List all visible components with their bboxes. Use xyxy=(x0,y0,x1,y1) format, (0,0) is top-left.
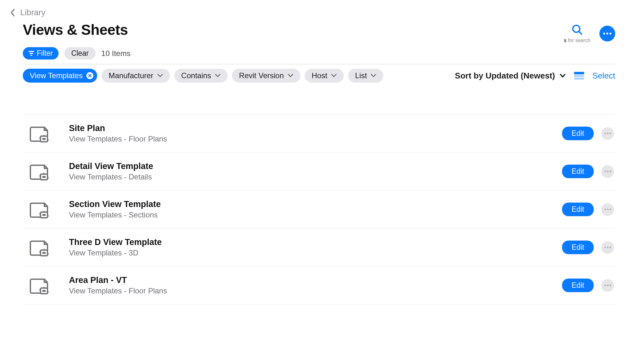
svg-rect-5 xyxy=(42,138,46,140)
search-hint: s for search xyxy=(564,38,591,43)
chevron-down-icon xyxy=(371,74,376,78)
more-icon xyxy=(604,285,611,286)
item-more-button[interactable] xyxy=(601,241,614,254)
chevron-down-icon xyxy=(215,74,221,78)
edit-button[interactable]: Edit xyxy=(562,279,594,292)
chip-label: List xyxy=(355,71,367,80)
list-view-icon xyxy=(574,72,584,79)
more-icon xyxy=(604,171,611,172)
list-item[interactable]: Three D View Template View Templates - 3… xyxy=(23,228,615,266)
item-subtitle: View Templates - Floor Plans xyxy=(69,135,562,143)
clear-button[interactable]: Clear xyxy=(64,47,96,60)
chip-contains[interactable]: Contains xyxy=(174,69,228,83)
chip-label: View Templates xyxy=(30,71,83,80)
document-icon xyxy=(29,163,51,180)
view-toggle-button[interactable] xyxy=(574,72,584,79)
chip-host[interactable]: Host xyxy=(305,69,344,83)
edit-button[interactable]: Edit xyxy=(562,203,594,216)
sort-dropdown[interactable]: Sort by Updated (Newest) xyxy=(455,71,566,81)
chip-label: Contains xyxy=(181,71,211,80)
item-more-button[interactable] xyxy=(601,203,614,216)
list-item[interactable]: Site Plan View Templates - Floor Plans E… xyxy=(23,114,615,152)
item-count: 10 Items xyxy=(101,49,130,58)
svg-line-1 xyxy=(579,31,582,34)
breadcrumb[interactable]: Library xyxy=(9,8,615,17)
item-list: Site Plan View Templates - Floor Plans E… xyxy=(23,114,615,304)
document-icon xyxy=(29,125,51,142)
more-icon xyxy=(604,209,611,210)
search-button[interactable]: s for search xyxy=(564,24,591,43)
more-icon xyxy=(604,133,611,134)
item-more-button[interactable] xyxy=(601,279,614,292)
item-title: Three D View Template xyxy=(69,237,562,247)
list-item[interactable]: Detail View Template View Templates - De… xyxy=(23,152,615,190)
chip-label: Host xyxy=(312,71,327,80)
chevron-down-icon xyxy=(288,74,293,78)
chip-label: Revit Version xyxy=(239,71,284,80)
chevron-down-icon xyxy=(157,74,163,78)
item-subtitle: View Templates - Details xyxy=(69,173,562,181)
list-item[interactable]: Section View Template View Templates - S… xyxy=(23,190,615,228)
item-more-button[interactable] xyxy=(601,127,614,140)
item-title: Section View Template xyxy=(69,199,562,209)
edit-button[interactable]: Edit xyxy=(562,127,594,140)
list-item[interactable]: Area Plan - VT View Templates - Floor Pl… xyxy=(23,266,615,304)
divider xyxy=(23,64,615,64)
item-more-button[interactable] xyxy=(601,165,614,178)
item-subtitle: View Templates - Sections xyxy=(69,210,562,219)
close-icon[interactable] xyxy=(86,72,93,79)
more-menu-button[interactable] xyxy=(599,26,615,41)
filter-button[interactable]: Filter xyxy=(23,47,59,60)
sort-label: Sort by Updated (Newest) xyxy=(455,71,555,81)
breadcrumb-label[interactable]: Library xyxy=(20,8,45,17)
item-subtitle: View Templates - 3D xyxy=(69,248,562,257)
item-subtitle: View Templates - Floor Plans xyxy=(69,286,562,295)
filter-icon xyxy=(28,51,34,56)
svg-rect-7 xyxy=(42,176,46,178)
chevron-down-icon xyxy=(331,74,337,78)
document-icon xyxy=(29,239,51,256)
chip-label: Manufacturer xyxy=(109,71,153,80)
item-title: Area Plan - VT xyxy=(69,275,562,285)
clear-label: Clear xyxy=(71,49,89,58)
svg-rect-11 xyxy=(42,252,46,254)
document-icon xyxy=(29,201,51,218)
chip-revit-version[interactable]: Revit Version xyxy=(232,69,300,83)
document-icon xyxy=(29,277,51,294)
svg-rect-13 xyxy=(42,290,46,292)
edit-button[interactable]: Edit xyxy=(562,241,594,254)
chip-list[interactable]: List xyxy=(348,69,383,83)
search-icon xyxy=(571,24,583,37)
chip-manufacturer[interactable]: Manufacturer xyxy=(102,69,170,83)
select-button[interactable]: Select xyxy=(592,71,615,81)
chevron-left-icon[interactable] xyxy=(9,9,16,16)
edit-button[interactable]: Edit xyxy=(562,165,594,178)
item-title: Site Plan xyxy=(69,123,562,133)
more-icon xyxy=(603,33,611,35)
chip-view-templates[interactable]: View Templates xyxy=(23,69,97,83)
filter-label: Filter xyxy=(37,49,53,58)
chevron-down-icon xyxy=(560,73,566,78)
more-icon xyxy=(604,247,611,248)
item-title: Detail View Template xyxy=(69,161,562,171)
svg-rect-9 xyxy=(42,214,46,216)
page-title: Views & Sheets xyxy=(23,21,128,38)
